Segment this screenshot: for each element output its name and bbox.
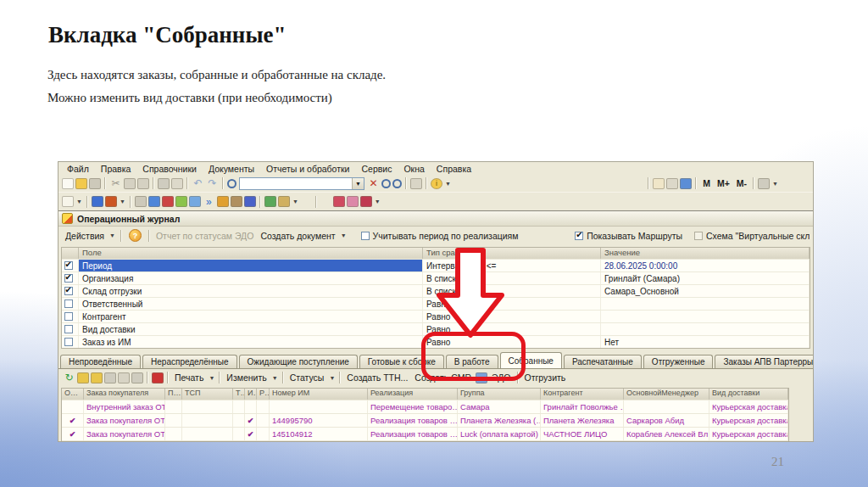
paste-icon[interactable]: [137, 178, 149, 189]
clear-search-icon[interactable]: ✕: [367, 178, 380, 189]
table-row[interactable]: Заказ покупателя ОТГ…✔145140689Реализаци…: [62, 440, 788, 442]
actions-caret-icon[interactable]: ▼: [109, 232, 115, 238]
menu-item[interactable]: Отчеты и обработки: [260, 163, 355, 175]
row-checkbox[interactable]: [64, 287, 73, 295]
report-pdf-icon[interactable]: [152, 372, 164, 383]
print-form-icon[interactable]: [131, 372, 143, 383]
row-checkbox[interactable]: [64, 312, 73, 321]
menu-item[interactable]: Сервис: [355, 163, 398, 175]
orders-header-cell[interactable]: Заказ покупателя: [84, 389, 165, 400]
table-row[interactable]: ✔Заказ покупателя ОТГ…✔145104912Реализац…: [62, 427, 788, 440]
orders-header-cell[interactable]: П…: [165, 389, 182, 400]
edit-card-icon[interactable]: [118, 372, 130, 383]
tab-7[interactable]: Распечатанные: [564, 355, 642, 368]
filter-header-field[interactable]: Поле: [79, 248, 423, 259]
tab-8[interactable]: Отгруженные: [643, 355, 714, 368]
report-doc-icon[interactable]: [62, 196, 74, 207]
orders-header-cell[interactable]: Номер ИМ: [270, 389, 368, 400]
virtual-scheme-checkbox[interactable]: [694, 232, 703, 240]
copy-window-icon[interactable]: [410, 178, 422, 189]
row-checkbox[interactable]: [64, 299, 73, 308]
row-checkbox[interactable]: [64, 261, 73, 270]
new-document-icon[interactable]: [62, 178, 74, 189]
table-grid-icon[interactable]: [135, 196, 147, 207]
export-icon[interactable]: [162, 196, 174, 207]
refresh-icon[interactable]: ↻: [63, 372, 75, 383]
dropdown-caret-icon[interactable]: ▼: [375, 199, 381, 204]
table-settings-icon[interactable]: [278, 196, 290, 207]
actions-button[interactable]: Действия: [62, 231, 108, 241]
calendar-icon[interactable]: [653, 178, 665, 189]
chart-gantt-icon[interactable]: [217, 196, 229, 207]
dropdown-caret-icon[interactable]: ▼: [445, 181, 451, 187]
user-accounts-icon[interactable]: [680, 178, 692, 189]
orders-header-cell[interactable]: Группа: [458, 389, 541, 400]
tab-1[interactable]: Непроведённые: [60, 355, 141, 368]
funds-icon[interactable]: [244, 196, 256, 207]
edit-button[interactable]: Изменить: [223, 372, 270, 383]
show-routes-checkbox[interactable]: [575, 232, 583, 240]
search-dropdown-caret-icon[interactable]: ▼: [352, 178, 364, 189]
print-icon[interactable]: [158, 178, 170, 189]
calculator-icon[interactable]: [666, 178, 678, 189]
slideshow-icon[interactable]: [189, 196, 201, 207]
orders-header-cell[interactable]: Т…: [233, 389, 245, 400]
menu-item[interactable]: Справочники: [136, 163, 203, 175]
group-red-icon[interactable]: [360, 196, 372, 207]
orders-header-cell[interactable]: О…: [62, 389, 84, 400]
create-document-button[interactable]: Создать документ: [257, 231, 338, 241]
search-icon[interactable]: [227, 179, 236, 188]
memory-plus-button[interactable]: M+: [714, 178, 733, 188]
help-icon[interactable]: ?: [129, 229, 142, 242]
memory-button[interactable]: M: [699, 178, 714, 188]
copy-icon[interactable]: [124, 178, 136, 189]
menu-item[interactable]: Файл: [61, 163, 95, 175]
dropdown-caret-icon[interactable]: ▼: [272, 375, 278, 381]
orders-header-cell[interactable]: Вид доставки: [709, 389, 788, 400]
zoom-in-icon[interactable]: [381, 179, 391, 188]
tab-3[interactable]: Ожидающие поступление: [239, 355, 358, 368]
create-document-caret-icon[interactable]: ▼: [341, 232, 347, 238]
redo-icon[interactable]: ↷: [206, 178, 219, 189]
move-to-folder-icon[interactable]: [91, 372, 103, 383]
search-input[interactable]: [240, 179, 352, 188]
filter-header-value[interactable]: Значение: [601, 248, 810, 259]
dropdown-caret-icon[interactable]: ▼: [76, 199, 82, 204]
search-box[interactable]: ▼: [239, 177, 364, 190]
tab-2[interactable]: Нераспределённые: [142, 355, 236, 368]
service-settings-icon[interactable]: [758, 178, 770, 189]
orders-header-cell[interactable]: Контрагент: [541, 389, 624, 400]
orders-header-cell[interactable]: И…: [245, 389, 257, 400]
print-button[interactable]: Печать: [171, 372, 207, 383]
dropdown-caret-icon[interactable]: ▼: [209, 375, 214, 381]
report-red-icon[interactable]: [333, 196, 345, 207]
open-folder-icon[interactable]: [75, 178, 87, 189]
zoom-out-icon[interactable]: [392, 179, 402, 188]
menu-item[interactable]: Правка: [95, 163, 136, 175]
create-ttn-button[interactable]: Создать ТТН...: [343, 372, 411, 383]
edo-status-report-button[interactable]: Отчет по статусам ЭДО: [153, 231, 257, 241]
row-checkbox[interactable]: [64, 325, 73, 333]
preview-icon[interactable]: [171, 178, 183, 189]
users-icon[interactable]: [92, 196, 103, 207]
orders-header-cell[interactable]: ТСП: [182, 389, 233, 400]
dropdown-caret-icon[interactable]: ▼: [772, 181, 778, 187]
tab-9[interactable]: Заказы АПВ Партерры: [715, 355, 814, 368]
fast-forward-icon[interactable]: »: [203, 196, 215, 207]
cart-icon[interactable]: [231, 196, 242, 207]
calendar-check-icon[interactable]: [175, 196, 187, 207]
memory-minus-button[interactable]: M-: [733, 178, 750, 188]
menu-item[interactable]: Справка: [431, 163, 477, 175]
dropdown-caret-icon[interactable]: ▼: [329, 375, 335, 381]
menu-item[interactable]: Документы: [203, 163, 260, 175]
menu-item[interactable]: Окна: [398, 163, 430, 175]
save-icon[interactable]: [89, 178, 101, 189]
row-checkbox[interactable]: [64, 274, 73, 283]
mail-send-icon[interactable]: [148, 196, 160, 207]
undo-icon[interactable]: ↶: [192, 178, 204, 189]
group-pink-icon[interactable]: [347, 196, 359, 207]
row-checkbox[interactable]: [64, 338, 73, 346]
dropdown-caret-icon[interactable]: ▼: [292, 199, 298, 204]
add-row-icon[interactable]: [264, 196, 276, 207]
orders-header-cell[interactable]: Р…: [257, 389, 270, 400]
